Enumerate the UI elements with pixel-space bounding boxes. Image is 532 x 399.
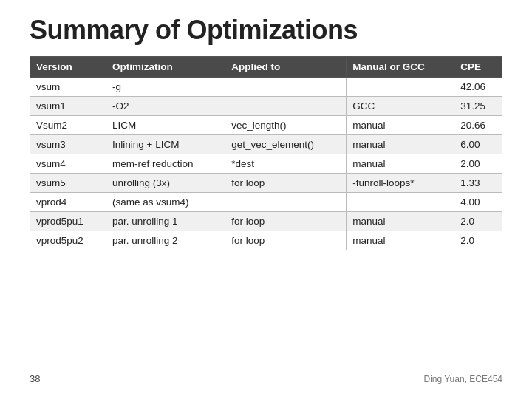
cell-5-1: unrolling (3x) bbox=[106, 174, 225, 193]
cell-4-3: manual bbox=[347, 154, 454, 174]
table-row: vprod4(same as vsum4)4.00 bbox=[30, 193, 502, 212]
cell-1-2 bbox=[225, 97, 347, 116]
optimizations-table: Version Optimization Applied to Manual o… bbox=[30, 56, 502, 250]
footer-credit: Ding Yuan, ECE454 bbox=[423, 374, 502, 384]
cell-4-0: vsum4 bbox=[30, 154, 106, 174]
cell-1-3: GCC bbox=[347, 97, 454, 116]
cell-5-0: vsum5 bbox=[30, 174, 106, 193]
table-row: vsum1-O2GCC31.25 bbox=[30, 97, 502, 116]
cell-7-3: manual bbox=[347, 212, 454, 231]
cell-8-1: par. unrolling 2 bbox=[106, 231, 225, 250]
table-row: vprod5pu2par. unrolling 2for loopmanual2… bbox=[30, 231, 502, 250]
cell-0-1: -g bbox=[106, 78, 225, 97]
cell-0-4: 42.06 bbox=[454, 78, 502, 97]
cell-7-4: 2.0 bbox=[454, 212, 502, 231]
cell-3-0: vsum3 bbox=[30, 135, 106, 154]
cell-4-1: mem-ref reduction bbox=[106, 154, 225, 174]
cell-7-0: vprod5pu1 bbox=[30, 212, 106, 231]
cell-7-1: par. unrolling 1 bbox=[106, 212, 225, 231]
cell-6-4: 4.00 bbox=[454, 193, 502, 212]
cell-4-2: *dest bbox=[225, 154, 347, 174]
cell-3-4: 6.00 bbox=[454, 135, 502, 154]
cell-2-0: Vsum2 bbox=[30, 116, 106, 135]
cell-1-1: -O2 bbox=[106, 97, 225, 116]
cell-2-1: LICM bbox=[106, 116, 225, 135]
col-applied-to: Applied to bbox=[225, 57, 347, 78]
cell-3-3: manual bbox=[347, 135, 454, 154]
cell-7-2: for loop bbox=[225, 212, 347, 231]
table-header-row: Version Optimization Applied to Manual o… bbox=[30, 57, 502, 78]
col-manual-or-gcc: Manual or GCC bbox=[347, 57, 454, 78]
table-row: vsum3Inlining + LICMget_vec_element()man… bbox=[30, 135, 502, 154]
table-row: vsum4mem-ref reduction*destmanual2.00 bbox=[30, 154, 502, 174]
table-row: vsum-g42.06 bbox=[30, 78, 502, 97]
cell-8-2: for loop bbox=[225, 231, 347, 250]
cell-0-2 bbox=[225, 78, 347, 97]
cell-5-3: -funroll-loops* bbox=[347, 174, 454, 193]
footer-page: 38 bbox=[30, 373, 40, 384]
cell-0-0: vsum bbox=[30, 78, 106, 97]
cell-1-4: 31.25 bbox=[454, 97, 502, 116]
cell-8-0: vprod5pu2 bbox=[30, 231, 106, 250]
cell-4-4: 2.00 bbox=[454, 154, 502, 174]
cell-5-4: 1.33 bbox=[454, 174, 502, 193]
cell-3-1: Inlining + LICM bbox=[106, 135, 225, 154]
cell-6-1: (same as vsum4) bbox=[106, 193, 225, 212]
cell-2-2: vec_length() bbox=[225, 116, 347, 135]
cell-6-3 bbox=[347, 193, 454, 212]
table-row: vsum5unrolling (3x)for loop-funroll-loop… bbox=[30, 174, 502, 193]
cell-2-3: manual bbox=[347, 116, 454, 135]
col-optimization: Optimization bbox=[106, 57, 225, 78]
footer: 38 Ding Yuan, ECE454 bbox=[30, 367, 502, 384]
page: Summary of Optimizations Version Optimiz… bbox=[0, 0, 532, 399]
cell-8-3: manual bbox=[347, 231, 454, 250]
cell-0-3 bbox=[347, 78, 454, 97]
cell-6-0: vprod4 bbox=[30, 193, 106, 212]
cell-8-4: 2.0 bbox=[454, 231, 502, 250]
cell-6-2 bbox=[225, 193, 347, 212]
col-cpe: CPE bbox=[454, 57, 502, 78]
col-version: Version bbox=[30, 57, 106, 78]
cell-5-2: for loop bbox=[225, 174, 347, 193]
table-row: Vsum2LICMvec_length()manual20.66 bbox=[30, 116, 502, 135]
table-row: vprod5pu1par. unrolling 1for loopmanual2… bbox=[30, 212, 502, 231]
cell-3-2: get_vec_element() bbox=[225, 135, 347, 154]
page-title: Summary of Optimizations bbox=[30, 15, 502, 46]
cell-2-4: 20.66 bbox=[454, 116, 502, 135]
cell-1-0: vsum1 bbox=[30, 97, 106, 116]
